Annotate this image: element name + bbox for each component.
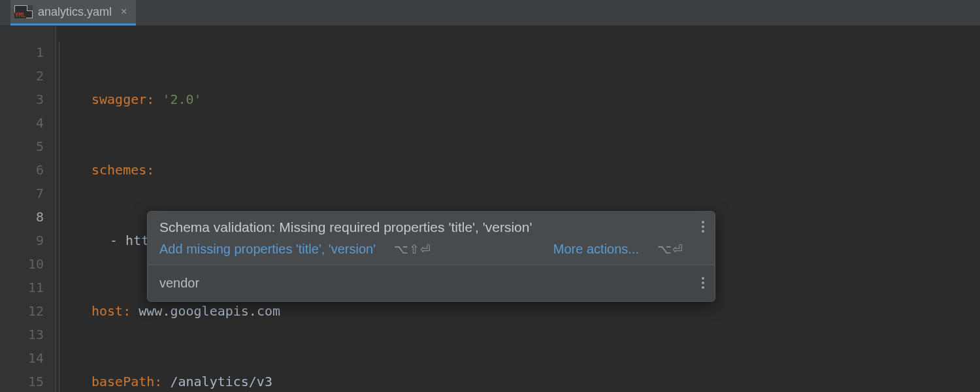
shortcut-hint: ⌥⇧⏎ [394,242,431,257]
more-actions-link[interactable]: More actions... [553,242,639,257]
popup-more-icon[interactable] [702,277,704,289]
file-tab-analytics[interactable]: analytics.yaml × [10,0,136,25]
line-number-gutter: 1 2 3 4 5 6 7 8 9 10 11 12 13 14 15 [0,26,56,392]
quickfix-add-properties[interactable]: Add missing properties 'title', 'version… [159,242,376,257]
popup-title: Schema validation: Missing required prop… [159,220,683,235]
code-editor[interactable]: 1 2 3 4 5 6 7 8 9 10 11 12 13 14 15 swag… [0,26,980,392]
tab-filename: analytics.yaml [38,5,112,19]
yaml-file-icon [14,5,33,18]
tab-bar: analytics.yaml × [0,0,980,26]
close-tab-icon[interactable]: × [121,6,127,18]
code-content[interactable]: swagger: '2.0' schemes: - https host: ww… [91,26,980,392]
popup-detail: vendor [159,276,199,290]
fold-column[interactable] [56,26,91,392]
shortcut-hint: ⌥⏎ [657,242,683,257]
validation-popup: Schema validation: Missing required prop… [147,211,715,302]
popup-more-icon[interactable] [702,221,704,233]
